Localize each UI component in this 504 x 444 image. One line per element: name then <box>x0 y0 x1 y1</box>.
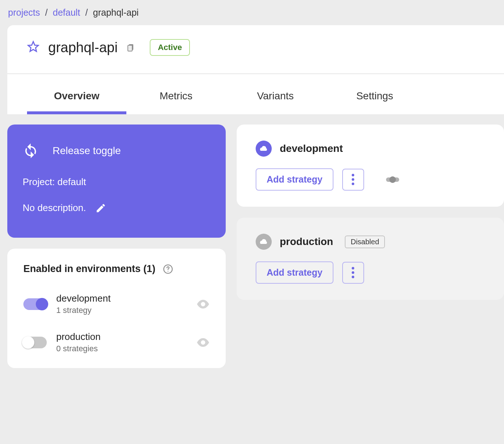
strategy-card-development: development Add strategy <box>237 125 504 207</box>
toggle-development[interactable] <box>23 298 47 310</box>
copy-icon[interactable] <box>126 42 135 53</box>
status-badge: Active <box>150 39 190 56</box>
env-name: development <box>56 293 187 304</box>
breadcrumb-sep: / <box>85 7 88 18</box>
more-menu-button[interactable] <box>342 169 364 191</box>
breadcrumb-sep: / <box>45 7 48 18</box>
strategy-env-name: development <box>280 143 343 154</box>
tab-overview[interactable]: Overview <box>27 83 126 114</box>
more-vertical-icon <box>352 174 354 185</box>
environments-card: Enabled in environments (1) development … <box>7 249 226 368</box>
cloud-icon <box>256 141 272 157</box>
right-column: development Add strategy production Disa… <box>237 125 504 368</box>
more-vertical-icon <box>352 267 354 278</box>
more-menu-button[interactable] <box>342 262 364 284</box>
env-name: production <box>56 331 187 342</box>
tabs: Overview Metrics Variants Settings <box>7 74 504 114</box>
eye-icon[interactable] <box>196 338 210 347</box>
body-grid: Release toggle Project: default No descr… <box>7 125 504 368</box>
tab-metrics[interactable]: Metrics <box>126 83 226 114</box>
feature-card: graphql-api Active Overview Metrics Vari… <box>7 25 504 114</box>
env-item-production: production 0 strategies <box>23 326 210 364</box>
release-project: Project: default <box>23 176 210 188</box>
release-description: No description. <box>23 202 86 214</box>
cloud-icon <box>256 234 272 250</box>
help-icon[interactable] <box>163 264 173 274</box>
left-column: Release toggle Project: default No descr… <box>7 125 226 368</box>
pencil-icon[interactable] <box>95 203 106 214</box>
breadcrumb: projects / default / graphql-api <box>0 0 504 25</box>
add-strategy-button[interactable]: Add strategy <box>256 168 333 191</box>
add-strategy-button[interactable]: Add strategy <box>256 261 333 284</box>
environments-title: Enabled in environments (1) <box>23 263 156 275</box>
mini-toggle[interactable] <box>386 177 399 182</box>
tab-settings[interactable]: Settings <box>325 83 424 114</box>
release-title: Release toggle <box>53 145 121 157</box>
strategy-env-name: production <box>280 236 333 248</box>
tab-variants[interactable]: Variants <box>226 83 325 114</box>
page-title: graphql-api <box>48 40 118 56</box>
breadcrumb-current: graphql-api <box>93 7 139 18</box>
strategy-card-production: production Disabled Add strategy <box>237 218 504 300</box>
breadcrumb-projects[interactable]: projects <box>8 7 40 18</box>
env-sub: 0 strategies <box>56 344 187 353</box>
disabled-badge: Disabled <box>345 236 385 248</box>
star-icon[interactable] <box>27 41 39 54</box>
breadcrumb-project[interactable]: default <box>53 7 80 18</box>
toggle-production[interactable] <box>23 337 47 348</box>
env-sub: 1 strategy <box>56 306 187 315</box>
svg-marker-0 <box>28 42 38 51</box>
feature-header: graphql-api Active <box>7 25 504 74</box>
svg-rect-2 <box>128 45 132 51</box>
refresh-icon <box>23 141 39 160</box>
eye-icon[interactable] <box>196 300 210 309</box>
env-item-development: development 1 strategy <box>23 288 210 326</box>
release-card: Release toggle Project: default No descr… <box>7 125 226 238</box>
svg-point-4 <box>167 271 168 271</box>
